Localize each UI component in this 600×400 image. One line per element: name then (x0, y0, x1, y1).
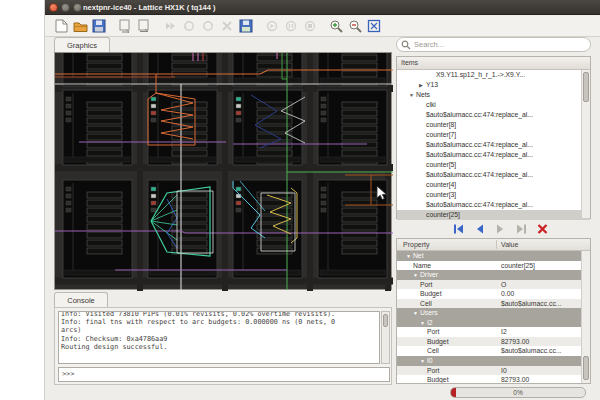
property-label: Port (420, 280, 432, 290)
tree-item[interactable]: counter[3] (397, 190, 590, 200)
console-scrollbar[interactable] (381, 311, 390, 364)
property-row[interactable]: Budget82793.00 (397, 337, 590, 347)
property-group-row[interactable]: ▼Driver (397, 270, 590, 280)
tree-item-label: counter[4] (426, 181, 456, 188)
tree-item-label: $auto$alumacc.cc:474:replace_al... (426, 141, 533, 148)
minimize-icon[interactable] (61, 3, 70, 12)
fpga-tile (63, 53, 132, 86)
console-panel: Info: Visited 73810 PIPs (0.01% revisits… (54, 307, 392, 385)
property-group-row[interactable]: ▼Net (397, 251, 590, 261)
property-value: I2 (501, 327, 507, 337)
properties-scrollbar[interactable] (581, 251, 590, 383)
property-value: O (501, 280, 506, 290)
console-input[interactable]: >>> (58, 367, 390, 382)
prev-button[interactable] (473, 223, 486, 234)
expanded-arrow-icon[interactable]: ▼ (413, 272, 418, 278)
property-row[interactable]: Cell$auto$alumacc.cc... (397, 299, 590, 309)
tree-item[interactable]: $auto$alumacc.cc:474:replace_al... (397, 110, 590, 120)
zoom-out-icon[interactable] (347, 18, 363, 35)
expanded-arrow-icon[interactable]: ▼ (420, 358, 425, 364)
tree-item-label: $auto$alumacc.cc:474:replace_al... (426, 171, 533, 178)
tree-item[interactable]: $auto$alumacc.cc:474:replace_al... (397, 140, 590, 150)
tree-item[interactable]: counter[5] (397, 160, 590, 170)
progress-label: 0% (451, 388, 585, 398)
expanded-arrow-icon[interactable]: ▼ (409, 90, 416, 100)
zoom-fit-icon[interactable] (366, 18, 382, 35)
close-icon[interactable] (49, 3, 58, 12)
property-row[interactable]: Cell$auto$alumacc.cc... (397, 346, 590, 356)
tree-item[interactable]: $auto$alumacc.cc:474:replace_al... (397, 170, 590, 180)
property-label: Name (413, 261, 431, 271)
app-window: nextpnr-ice40 - Lattice HX1K ( tq144 ) G… (45, 0, 600, 400)
property-value: counter[25] (501, 261, 535, 271)
property-row[interactable]: Budget0.00 (397, 289, 590, 299)
zoom-in-icon[interactable] (328, 18, 344, 35)
export-icon[interactable] (117, 18, 133, 35)
items-scrollbar[interactable] (581, 70, 590, 218)
tree-item[interactable]: clki (397, 100, 590, 110)
property-row[interactable]: Budget82793.00 (397, 375, 590, 384)
save-icon[interactable] (91, 18, 107, 35)
fpga-canvas[interactable] (54, 52, 392, 290)
property-group-row[interactable]: ▼Users (397, 308, 590, 318)
console-line: arcs) (61, 326, 377, 334)
items-header: Items (397, 57, 590, 70)
property-row[interactable]: PortO (397, 280, 590, 290)
tree-item-label: clki (426, 101, 436, 108)
tree-item[interactable]: ▼Nets (397, 90, 590, 100)
expanded-arrow-icon[interactable]: ▼ (413, 310, 418, 316)
property-row[interactable]: PortI0 (397, 366, 590, 376)
search-placeholder: Search... (414, 38, 444, 52)
property-group-label: Net (413, 252, 424, 259)
export-alt-icon[interactable] (136, 18, 152, 35)
property-value: 82793.00 (501, 375, 529, 384)
maximize-icon[interactable] (73, 3, 82, 12)
tree-item[interactable]: counter[7] (397, 130, 590, 140)
tab-console[interactable]: Console (54, 292, 108, 308)
tab-graphics[interactable]: Graphics (54, 37, 110, 53)
expanded-arrow-icon[interactable]: ▼ (420, 320, 425, 326)
next-button[interactable] (494, 223, 507, 234)
expanded-arrow-icon[interactable]: ▼ (406, 253, 411, 259)
properties-header: Property Value (397, 239, 590, 251)
clear-highlight-button[interactable] (536, 223, 549, 234)
pause-circle-icon[interactable] (283, 18, 299, 35)
tree-item-label: counter[5] (426, 161, 456, 168)
property-group-row[interactable]: ▼I0 (397, 356, 590, 366)
play-circle-icon[interactable] (264, 18, 280, 35)
new-file-icon[interactable] (53, 18, 69, 35)
forward-icon[interactable] (162, 18, 178, 35)
tree-item[interactable]: counter[4] (397, 180, 590, 190)
search-input[interactable]: Search... (396, 37, 591, 52)
first-button[interactable] (452, 223, 465, 234)
redo-circle-icon[interactable] (200, 18, 216, 35)
cancel-icon[interactable] (219, 18, 235, 35)
tree-item[interactable]: counter[8] (397, 120, 590, 130)
tree-item-label: Y13 (426, 81, 438, 88)
tree-item-label: $auto$alumacc.cc:474:replace_al... (426, 201, 533, 208)
tree-item[interactable]: counter[25] (397, 210, 590, 220)
collapsed-arrow-icon[interactable]: ▶ (419, 80, 426, 90)
tree-item-label: Nets (416, 91, 430, 98)
tree-item[interactable]: $auto$alumacc.cc:474:replace_al... (397, 200, 590, 210)
fpga-tile (148, 180, 217, 278)
fpga-floorplan (55, 53, 393, 291)
fpga-tile (63, 180, 132, 278)
property-column-header: Property (403, 239, 429, 250)
property-row[interactable]: Namecounter[25] (397, 261, 590, 271)
tree-item[interactable]: $auto$alumacc.cc:474:replace_al... (397, 150, 590, 160)
property-row[interactable]: PortI2 (397, 327, 590, 337)
title-bar[interactable]: nextpnr-ice40 - Lattice HX1K ( tq144 ) (45, 0, 600, 15)
undo-circle-icon[interactable] (181, 18, 197, 35)
open-folder-icon[interactable] (72, 18, 88, 35)
tree-item[interactable]: ▶Y13 (397, 80, 590, 90)
property-group-row[interactable]: ▼I2 (397, 318, 590, 328)
tree-item-label: X9.Y11.sp12_h_r_1.->.X9.Y... (436, 71, 525, 78)
tree-item-label: counter[7] (426, 131, 456, 138)
last-button[interactable] (515, 223, 528, 234)
window-title: nextpnr-ice40 - Lattice HX1K ( tq144 ) (83, 0, 216, 15)
property-group-label: Driver (420, 271, 438, 278)
stop-circle-icon[interactable] (302, 18, 318, 35)
tree-item[interactable]: X9.Y11.sp12_h_r_1.->.X9.Y... (397, 70, 590, 80)
save-routing-icon[interactable] (238, 18, 254, 35)
